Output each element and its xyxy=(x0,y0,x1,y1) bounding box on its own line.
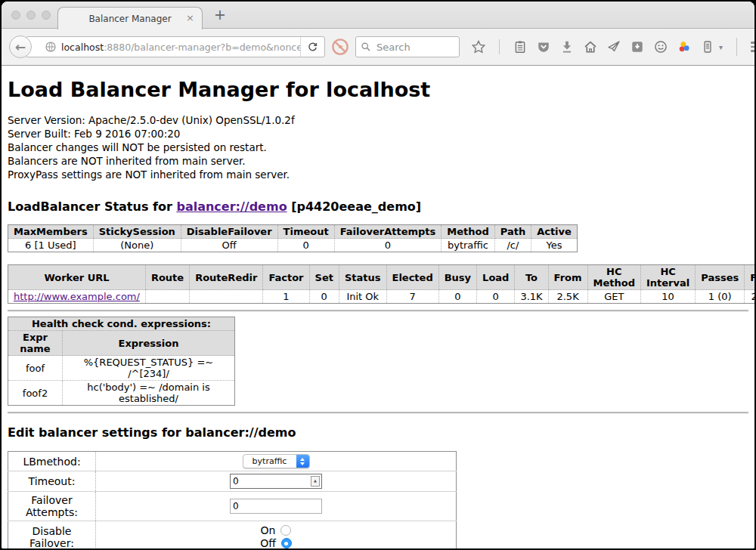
health-table-title: Health check cond. expressions: xyxy=(8,317,235,331)
info-line: Server Built: Feb 9 2016 07:00:20 xyxy=(8,128,748,140)
col-header: HC Method xyxy=(587,265,640,290)
cell-disablefailover: Off xyxy=(181,239,277,252)
cell-busy: 0 xyxy=(438,290,476,304)
chevron-down-icon[interactable]: ▾ xyxy=(719,43,723,51)
url-text: localhost:8880/balancer-manager?b=demo&n… xyxy=(61,42,300,53)
send-tab-icon[interactable] xyxy=(607,40,621,54)
cell-active: Yes xyxy=(531,239,578,252)
extension-colordots-icon[interactable] xyxy=(677,40,691,54)
failover-attempts-input[interactable] xyxy=(230,499,322,514)
col-header: StickySession xyxy=(93,225,181,239)
content-blocker-icon[interactable] xyxy=(331,38,349,56)
divider xyxy=(8,412,748,413)
url-domain: localhost xyxy=(61,42,104,53)
col-header: DisableFailover xyxy=(181,225,277,239)
form-row-timeout: Timeout: ▲ xyxy=(8,471,457,492)
disable-failover-on-radio[interactable] xyxy=(280,525,291,536)
pocket-icon[interactable] xyxy=(537,40,550,54)
col-header: To xyxy=(515,265,548,290)
table-row: foof2 hc('body') =~ /domain is establish… xyxy=(8,381,235,406)
col-header: Expression xyxy=(63,331,235,356)
cell-failoverattempts: 0 xyxy=(334,239,442,252)
cell-stickysession: (None) xyxy=(93,239,181,252)
status-heading-suffix: [p4420eeae_demo] xyxy=(287,199,422,214)
health-check-table: Health check cond. expressions: Expr nam… xyxy=(8,317,235,406)
cell-load: 0 xyxy=(477,290,515,304)
toolbar-divider xyxy=(499,39,500,54)
lbmethod-selected-value: bytraffic xyxy=(243,456,296,466)
table-row: http://www.example.com/ 1 0 Init Ok 7 0 … xyxy=(8,290,756,304)
number-spinner-icon[interactable]: ▲ xyxy=(311,476,320,487)
col-header: Method xyxy=(442,225,494,239)
minimize-window-button[interactable] xyxy=(26,11,36,20)
divider xyxy=(8,310,748,311)
cell-route xyxy=(145,290,189,304)
window-controls xyxy=(11,11,51,20)
disable-failover-off-radio[interactable] xyxy=(281,538,292,548)
cell-fails: 2 (0) xyxy=(745,290,756,304)
back-button[interactable]: ← xyxy=(9,36,32,58)
info-line: Balancer changes will NOT be persisted o… xyxy=(8,141,748,153)
cell-routeredir xyxy=(190,290,263,304)
cell-expr-name: foof xyxy=(8,356,63,381)
info-line: Server Version: Apache/2.5.0-dev (Unix) … xyxy=(8,114,748,126)
col-header: Busy xyxy=(438,265,476,290)
reload-button[interactable] xyxy=(300,37,324,57)
form-row-disable-failover: Disable Failover: On Off xyxy=(8,521,457,550)
url-path: :8880/balancer-manager?b=demo&nonce=decc… xyxy=(104,42,300,53)
col-header: Status xyxy=(339,265,386,290)
balancer-settings-form: LBmethod: bytraffic Timeout: xyxy=(8,451,457,550)
balancer-status-table: MaxMembers StickySession DisableFailover… xyxy=(8,224,578,252)
col-header: RouteRedir xyxy=(190,265,263,290)
lbmethod-label: LBmethod: xyxy=(8,452,96,471)
close-window-button[interactable] xyxy=(11,11,20,20)
downloads-icon[interactable] xyxy=(560,40,574,54)
col-header: Expr name xyxy=(8,331,63,356)
balancer-link[interactable]: balancer://demo xyxy=(176,199,287,214)
lbmethod-select[interactable]: bytraffic xyxy=(243,454,310,468)
tab-bar: Balancer Manager × + xyxy=(2,2,754,29)
sidebar-panel-icon[interactable] xyxy=(701,40,714,54)
failover-attempts-label: Failover Attempts: xyxy=(8,492,96,521)
cell-hc-method: GET xyxy=(587,290,640,304)
new-tab-button[interactable]: + xyxy=(214,6,226,23)
table-row: 6 [1 Used] (None) Off 0 0 bytraffic /c/ … xyxy=(8,239,578,252)
browser-tab[interactable]: Balancer Manager × xyxy=(57,7,203,29)
col-header: Fails xyxy=(745,265,756,290)
save-to-device-icon[interactable] xyxy=(631,40,644,54)
cell-from: 2.5K xyxy=(548,290,587,304)
cell-factor: 1 xyxy=(263,290,309,304)
form-row-lbmethod: LBmethod: bytraffic xyxy=(8,452,457,471)
zoom-window-button[interactable] xyxy=(42,11,51,20)
info-line: Balancers are NOT inherited from main se… xyxy=(8,155,748,167)
search-field[interactable] xyxy=(355,36,460,57)
page-content: Load Balancer Manager for localhost Serv… xyxy=(2,66,754,550)
col-header: Active xyxy=(531,225,578,239)
col-header: Route xyxy=(145,265,189,290)
tab-close-icon[interactable]: × xyxy=(186,12,194,23)
url-bar[interactable]: localhost:8880/balancer-manager?b=demo&n… xyxy=(26,36,325,57)
col-header: Worker URL xyxy=(8,265,146,290)
reading-list-icon[interactable] xyxy=(513,40,527,54)
cell-to: 3.1K xyxy=(515,290,548,304)
worker-status-table: Worker URL Route RouteRedir Factor Set S… xyxy=(8,264,756,304)
cell-method: bytraffic xyxy=(442,239,494,252)
feedback-smiley-icon[interactable] xyxy=(654,40,668,54)
cell-timeout: 0 xyxy=(277,239,334,252)
home-icon[interactable] xyxy=(584,40,597,54)
cell-path: /c/ xyxy=(494,239,531,252)
select-stepper-icon xyxy=(296,454,309,468)
col-header: From xyxy=(548,265,587,290)
globe-icon xyxy=(45,41,57,53)
col-header: FailoverAttempts xyxy=(334,225,442,239)
menu-icon[interactable] xyxy=(751,42,756,52)
form-row-failover-attempts: Failover Attempts: xyxy=(8,492,457,521)
cell-passes: 1 (0) xyxy=(696,290,745,304)
worker-url-link[interactable]: http://www.example.com/ xyxy=(14,291,140,302)
disable-failover-label: Disable Failover: xyxy=(8,521,96,550)
search-input[interactable] xyxy=(375,41,454,54)
cell-elected: 7 xyxy=(386,290,438,304)
timeout-input[interactable] xyxy=(230,474,322,489)
bookmark-star-icon[interactable] xyxy=(472,40,485,54)
toolbar-icons: ▾ ▦ xyxy=(472,38,756,56)
